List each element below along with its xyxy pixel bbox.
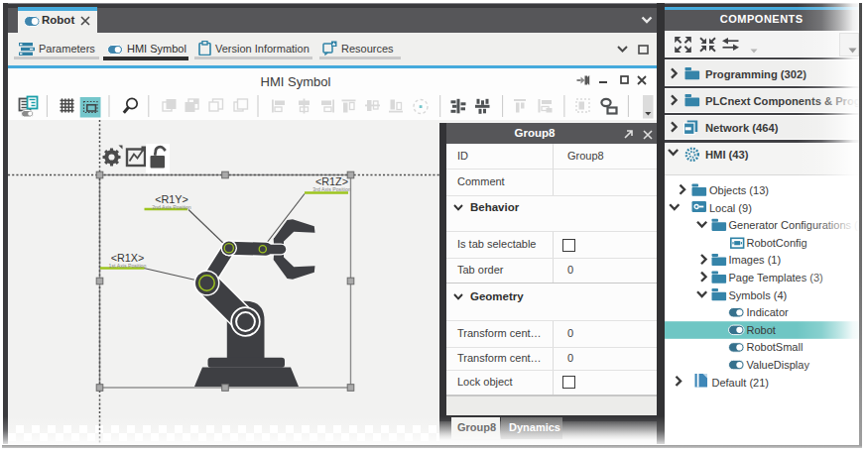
svg-text:Local (9): Local (9) bbox=[709, 202, 752, 214]
svg-text:RobotSmall: RobotSmall bbox=[746, 341, 803, 353]
svg-text:Symbols (4): Symbols (4) bbox=[728, 289, 787, 301]
svg-text:3rd Axis Position: 3rd Axis Position bbox=[312, 186, 350, 192]
svg-text:1st Axis Position: 1st Axis Position bbox=[109, 263, 147, 269]
svg-text:HMI (43): HMI (43) bbox=[705, 149, 749, 161]
svg-text:Indicator: Indicator bbox=[746, 306, 789, 318]
svg-text:Network (464): Network (464) bbox=[705, 122, 779, 134]
svg-text:Objects (13): Objects (13) bbox=[709, 184, 769, 196]
svg-text:Programming (302): Programming (302) bbox=[705, 68, 806, 80]
svg-text:Images (1): Images (1) bbox=[728, 254, 781, 266]
svg-text:2nd Axis Position: 2nd Axis Position bbox=[152, 204, 191, 210]
svg-text:Robot: Robot bbox=[746, 324, 775, 336]
svg-text:Default (21): Default (21) bbox=[711, 377, 768, 389]
